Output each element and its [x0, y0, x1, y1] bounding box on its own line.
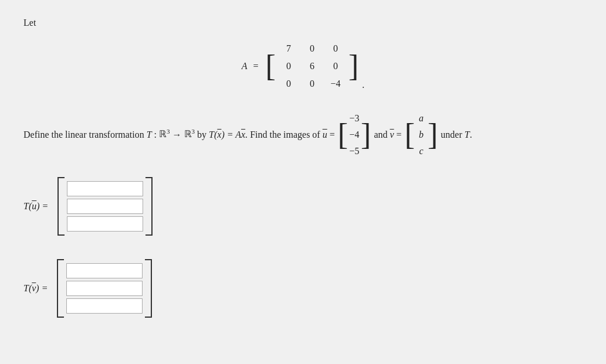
vector-u-content: −3 −4 −5	[348, 110, 360, 159]
Tv-input-3[interactable]	[66, 298, 143, 314]
Tu-right-bracket	[145, 177, 153, 236]
vector-u-left-bracket	[338, 120, 348, 150]
u-symbol: u	[323, 127, 327, 144]
Tv-input-1[interactable]	[66, 263, 143, 278]
Tv-input-matrix	[57, 259, 152, 318]
Tu-label: T(u) =	[23, 201, 48, 212]
v-symbol: v	[390, 127, 394, 144]
Tu-left-bracket	[57, 177, 65, 236]
mapping-formula: T(x) = Ax.	[209, 127, 248, 144]
Tu-input-matrix	[57, 177, 153, 236]
Tv-right-bracket	[145, 259, 152, 318]
domain: ℝ3	[159, 126, 170, 143]
Tu-input-3[interactable]	[67, 216, 143, 232]
vector-u-right-bracket	[361, 120, 371, 150]
matrix-bracket: 7 0 0 0 6 0 0 0 −4	[265, 40, 360, 93]
codomain: ℝ3	[184, 126, 195, 143]
Tu-input-2[interactable]	[67, 199, 143, 214]
vector-v-content: a b c	[415, 110, 427, 159]
Tv-input-2[interactable]	[66, 281, 143, 296]
Tv-row: T(v) =	[23, 259, 583, 318]
right-bracket	[348, 51, 358, 81]
vector-u: −3 −4 −5	[337, 110, 372, 159]
definition-prefix: Define the linear transformation	[23, 127, 147, 144]
Tv-inputs	[66, 263, 143, 314]
matrix-grid: 7 0 0 0 6 0 0 0 −4	[277, 40, 347, 93]
let-text: Let	[23, 18, 583, 28]
T-symbol: T	[147, 127, 152, 144]
answer-section: T(u) = T(v) =	[23, 177, 583, 318]
definition-line: Define the linear transformation T : ℝ3 …	[23, 110, 583, 159]
Tv-label: T(v) =	[23, 283, 48, 294]
vector-v-left-bracket	[405, 120, 415, 150]
left-bracket	[266, 51, 276, 81]
Tu-input-1[interactable]	[67, 181, 143, 196]
vector-v: a b c	[404, 110, 439, 159]
matrix-section: A = 7 0 0 0 6 0 0 0 −4 .	[23, 40, 583, 93]
Tv-left-bracket	[57, 259, 64, 318]
Tu-inputs	[67, 181, 143, 232]
period: .	[362, 80, 364, 93]
vector-v-right-bracket	[428, 120, 438, 150]
matrix-label: A	[242, 61, 248, 72]
Tu-row: T(u) =	[23, 177, 583, 236]
matrix-equals: =	[253, 61, 259, 72]
